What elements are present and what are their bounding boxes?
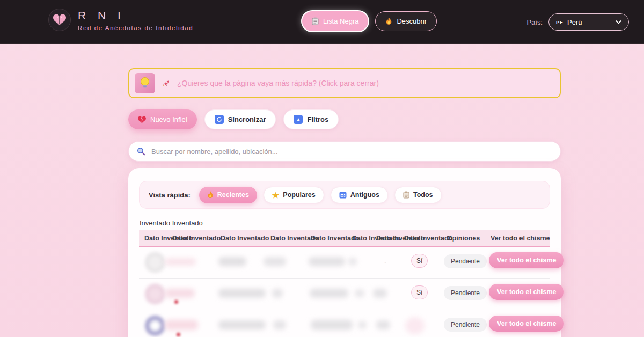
si-badge: Sí xyxy=(411,285,428,299)
broken-heart-icon xyxy=(138,116,146,123)
quick-view-bar: Vista rápida: Recientes ★ Populares xyxy=(139,181,550,209)
column-header-action: Ver todo el chisme xyxy=(491,235,550,242)
country-select[interactable]: PE Perú xyxy=(548,13,629,31)
filter-triangle-icon: ▲ xyxy=(294,115,303,124)
status-badge: Pendiente xyxy=(444,254,487,268)
flame-icon xyxy=(207,191,214,199)
redacted-text xyxy=(218,257,246,266)
star-icon: ★ xyxy=(272,191,279,199)
tab-antiguos-label: Antiguos xyxy=(350,191,379,199)
redacted-text xyxy=(218,320,266,329)
lightbulb-icon xyxy=(140,77,150,90)
redacted-text xyxy=(165,289,195,298)
table-caption: Inventado Inventado xyxy=(140,219,550,227)
redacted-text xyxy=(355,289,364,297)
lista-negra-button[interactable]: Lista Negra xyxy=(302,11,368,31)
nuevo-infiel-button[interactable]: Nuevo Infiel xyxy=(128,109,197,129)
redacted-text xyxy=(309,257,345,266)
ver-chisme-button[interactable]: Ver todo el chisme xyxy=(489,316,564,332)
tab-populares-label: Populares xyxy=(283,191,315,199)
lightbulb-box xyxy=(135,73,155,93)
tab-populares[interactable]: ★ Populares xyxy=(264,187,324,203)
tab-todos-label: Todos xyxy=(413,191,433,199)
app-title: R N I xyxy=(78,9,193,22)
column-header: Dato Inventado xyxy=(404,235,452,242)
redacted-text xyxy=(405,317,425,334)
redacted-mark xyxy=(177,333,180,336)
ver-chisme-button[interactable]: Ver todo el chisme xyxy=(489,284,564,300)
main-content: ¿Quieres que la página vaya más rápida? … xyxy=(128,44,561,337)
redacted-text xyxy=(165,258,196,266)
table-row[interactable]: Pendiente Ver todo el chisme xyxy=(139,310,550,337)
top-navbar: R N I Red de Anécdotas de Infidelidad Li… xyxy=(0,0,644,44)
redacted-text xyxy=(273,320,286,329)
country-flag-code: PE xyxy=(556,20,564,25)
empty-value: - xyxy=(384,258,386,266)
tab-recientes-label: Recientes xyxy=(217,191,249,199)
redacted-text xyxy=(376,320,390,329)
country-label: País: xyxy=(526,18,543,26)
speed-hint-banner[interactable]: ¿Quieres que la página vaya más rápida? … xyxy=(128,68,561,98)
ver-chisme-button[interactable]: Ver todo el chisme xyxy=(489,252,564,268)
banner-message: ¿Quieres que la página vaya más rápida? … xyxy=(177,79,379,87)
chevron-down-icon xyxy=(616,20,621,24)
sincronizar-button[interactable]: Sincronizar xyxy=(204,109,276,129)
calendar-icon xyxy=(339,191,347,199)
redacted-text xyxy=(218,289,266,298)
redacted-text xyxy=(311,320,353,330)
redacted-mark xyxy=(174,300,178,304)
flame-icon xyxy=(385,17,392,25)
logo-badge xyxy=(48,9,71,31)
redacted-text xyxy=(348,258,357,266)
avatar xyxy=(145,316,165,336)
country-zone: País: PE Perú xyxy=(526,13,629,31)
results-card: Vista rápida: Recientes ★ Populares xyxy=(128,168,561,337)
clipboard-icon xyxy=(403,191,409,199)
tab-antiguos[interactable]: Antiguos xyxy=(331,187,388,203)
redacted-text xyxy=(373,289,387,298)
filtros-button[interactable]: ▲ Filtros xyxy=(283,109,339,129)
nuevo-infiel-label: Nuevo Infiel xyxy=(150,115,187,123)
country-name: Perú xyxy=(567,18,582,26)
status-badge: Pendiente xyxy=(444,286,487,300)
lista-negra-label: Lista Negra xyxy=(323,17,358,25)
main-nav: Lista Negra Descubrir xyxy=(302,11,437,31)
infieles-table: Dato Inventado Dato Inventado Dato Inven… xyxy=(139,230,550,337)
table-row[interactable]: Sí Pendiente Ver todo el chisme xyxy=(139,279,550,310)
table-header-row: Dato Inventado Dato Inventado Dato Inven… xyxy=(139,230,550,247)
table-row[interactable]: - Sí Pendiente Ver todo el chisme xyxy=(139,247,550,279)
avatar xyxy=(145,284,165,304)
descubrir-button[interactable]: Descubrir xyxy=(375,11,437,31)
actions-row: Nuevo Infiel Sincronizar ▲ Filtros xyxy=(128,109,561,129)
descubrir-label: Descubrir xyxy=(397,17,427,25)
status-badge: Pendiente xyxy=(444,318,487,332)
sincronizar-label: Sincronizar xyxy=(228,115,266,123)
search-icon xyxy=(137,147,145,156)
clipboard-icon xyxy=(312,17,319,25)
refresh-icon xyxy=(215,115,224,124)
si-badge: Sí xyxy=(411,254,428,268)
redacted-text xyxy=(165,320,198,330)
broken-heart-logo-icon xyxy=(53,13,66,26)
redacted-text xyxy=(310,289,348,298)
app-subtitle: Red de Anécdotas de Infidelidad xyxy=(78,25,193,31)
redacted-text xyxy=(272,289,283,298)
redacted-text xyxy=(358,321,367,329)
search-input[interactable] xyxy=(151,148,552,156)
tab-recientes[interactable]: Recientes xyxy=(199,187,257,203)
avatar xyxy=(145,252,165,273)
search-bar xyxy=(128,141,561,162)
tab-todos[interactable]: Todos xyxy=(394,187,442,203)
brand[interactable]: R N I Red de Anécdotas de Infidelidad xyxy=(48,9,193,31)
rocket-icon xyxy=(162,79,170,87)
filtros-label: Filtros xyxy=(307,115,328,123)
column-header-opiniones: Opiniones xyxy=(447,235,480,242)
column-header: Dato Inventado xyxy=(221,235,269,242)
redacted-text xyxy=(264,257,286,266)
column-header: Dato Inventado xyxy=(172,235,221,242)
quick-view-label: Vista rápida: xyxy=(149,191,191,199)
